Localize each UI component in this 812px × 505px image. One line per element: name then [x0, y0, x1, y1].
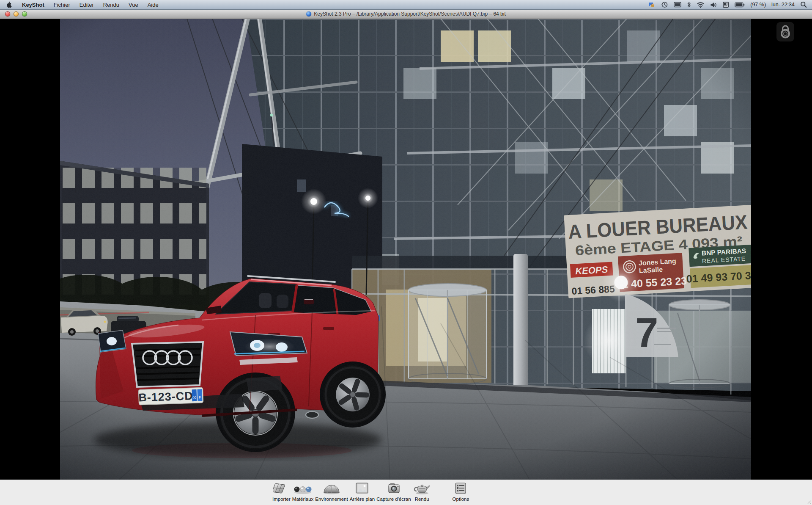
menu-bar: KeyShot Fichier Editer Rendu Vue Aide (9… — [0, 0, 812, 10]
toolbar-environnement[interactable]: Environnement — [314, 481, 348, 502]
background-icon — [354, 481, 370, 496]
volume-icon[interactable] — [710, 2, 717, 8]
input-source-icon[interactable] — [722, 1, 729, 8]
apple-logo-icon — [6, 1, 12, 8]
import-icon — [273, 481, 290, 496]
toolbar-button-group: Importer Matériaux — [272, 481, 470, 502]
rendered-scene: A LOUER BUREAUX 6ème ETAGE 4 093 m² KEOP… — [60, 19, 751, 480]
toolbar-label: Importer — [272, 497, 291, 502]
render-icon — [413, 481, 431, 496]
battery-icon[interactable] — [735, 2, 745, 8]
menu-vue[interactable]: Vue — [124, 0, 143, 9]
toolbar-label: Matériaux — [292, 497, 314, 502]
realtime-render-viewport[interactable]: A LOUER BUREAUX 6ème ETAGE 4 093 m² KEOP… — [0, 19, 812, 480]
menu-bar-status-area: (97 %) lun. 22:34 — [648, 1, 812, 8]
menu-bar-clock[interactable]: lun. 22:34 — [771, 2, 795, 8]
toolbar-importer[interactable]: Importer — [272, 481, 291, 502]
displays-icon[interactable] — [674, 2, 681, 8]
toolbar-label: Environnement — [315, 497, 348, 502]
apple-menu[interactable] — [0, 1, 17, 8]
menu-aide[interactable]: Aide — [143, 0, 163, 9]
menu-editer[interactable]: Editer — [75, 0, 99, 9]
toolbar-options[interactable]: Options — [452, 481, 470, 502]
toolbar-rendu[interactable]: Rendu — [412, 481, 432, 502]
audi-q7-night-scene: A LOUER BUREAUX 6ème ETAGE 4 093 m² KEOP… — [60, 19, 751, 480]
toolbar-arriere-plan[interactable]: Arrière plan — [349, 481, 376, 502]
keyshot-app-window: { "menubar": { "apple_icon": "apple-logo… — [0, 0, 812, 505]
camera-lock-button[interactable] — [776, 22, 794, 41]
main-toolbar: Importer Matériaux — [0, 480, 812, 505]
wifi-icon[interactable] — [697, 2, 705, 8]
materials-icon — [293, 481, 313, 496]
toolbar-label: Capture d'écran — [376, 497, 411, 502]
lock-icon — [780, 25, 791, 39]
toolbar-label: Arrière plan — [350, 497, 375, 502]
film-grain — [60, 19, 751, 480]
spotlight-icon[interactable] — [800, 1, 807, 8]
toolbar-materiaux[interactable]: Matériaux — [291, 481, 315, 502]
bluetooth-icon[interactable] — [687, 1, 691, 8]
user-app-icon[interactable] — [648, 1, 656, 8]
battery-percent: (97 %) — [750, 2, 766, 8]
menu-rendu[interactable]: Rendu — [99, 0, 124, 9]
time-machine-icon[interactable] — [661, 1, 668, 8]
toolbar-label: Options — [453, 497, 469, 502]
environment-icon — [322, 481, 341, 496]
window-resize-grip[interactable] — [805, 498, 811, 504]
menu-fichier[interactable]: Fichier — [49, 0, 75, 9]
window-title-bar[interactable]: KeyShot 2.3 Pro – /Library/Application S… — [0, 9, 812, 19]
screenshot-icon — [385, 481, 402, 496]
menu-keyshot[interactable]: KeyShot — [17, 0, 49, 9]
window-title: KeyShot 2.3 Pro – /Library/Application S… — [0, 9, 812, 19]
toolbar-label: Rendu — [415, 497, 429, 502]
toolbar-capture-ecran[interactable]: Capture d'écran — [376, 481, 411, 502]
options-icon — [453, 481, 468, 496]
keyshot-document-icon — [306, 11, 311, 17]
